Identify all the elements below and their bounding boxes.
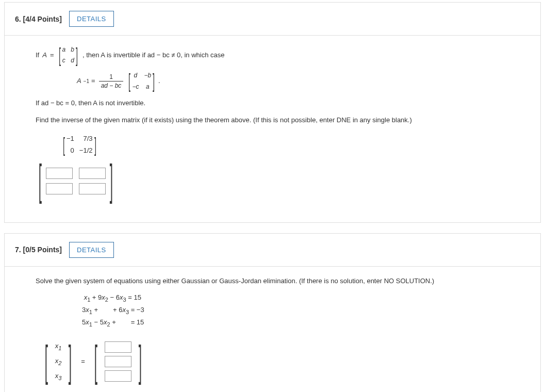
denominator: ad − bc: [99, 81, 124, 89]
bracket-right-icon: ]: [94, 137, 96, 153]
bracket-right-icon: ]: [76, 47, 78, 63]
question-6-header: 6. [4/4 Points] DETAILS: [5, 3, 540, 36]
equation-system: x1 + 9x2 − 6x3 = 15 3x1 + + 6x3 = −3 5x1…: [82, 292, 520, 330]
numerator: 1: [107, 73, 115, 81]
cell: −b: [144, 71, 151, 80]
bracket-left-icon: [: [63, 137, 65, 153]
var-A: A: [77, 76, 81, 87]
q6-noninvertible-text: If ad − bc = 0, then A is not invertible…: [36, 98, 520, 109]
matrix-A: [ a b c d ]: [57, 45, 79, 66]
answer-input-21[interactable]: [46, 183, 73, 194]
answer-input-x3[interactable]: [105, 370, 131, 382]
equation-1: x1 + 9x2 − 6x3 = 15: [82, 292, 520, 304]
question-7-number: 7. [0/5 Points]: [15, 246, 62, 254]
details-button[interactable]: DETAILS: [69, 242, 114, 258]
answer-input-11[interactable]: [46, 168, 73, 179]
bracket-right-icon: ]: [110, 164, 113, 199]
equation-2: 3x1 + + 6x3 = −3: [82, 304, 520, 317]
question-7-body: Solve the given system of equations usin…: [5, 267, 540, 392]
bracket-right-icon: ]: [69, 345, 72, 379]
cell: 7/3: [79, 134, 93, 144]
cell: c: [62, 56, 66, 66]
bracket-left-icon: [: [39, 164, 42, 199]
var-x1: x1: [55, 341, 62, 353]
var-A: A: [42, 50, 47, 61]
q6-answer-matrix: [ ]: [36, 166, 520, 197]
question-6-body: If A = [ a b c d ] , then A is invertibl…: [5, 36, 540, 222]
cell: a: [144, 82, 151, 92]
q7-answer-vector: [ x1 x2 x3 ] = [ ]: [42, 339, 520, 385]
cell: −c: [132, 82, 139, 92]
matrix-inverse: [ d −b −c a ]: [127, 71, 156, 91]
bracket-right-icon: ]: [153, 73, 155, 90]
q6-instruction: Find the inverse of the given matrix (if…: [36, 115, 520, 126]
details-button[interactable]: DETAILS: [69, 11, 114, 27]
answer-input-x2[interactable]: [105, 356, 131, 367]
bracket-left-icon: [: [94, 345, 97, 379]
bracket-left-icon: [: [128, 73, 130, 90]
text: , then A is invertible if ad − bc ≠ 0, i…: [82, 50, 225, 61]
cell: b: [71, 45, 74, 55]
equals: =: [81, 356, 85, 367]
q6-premise: If A = [ a b c d ] , then A is invertibl…: [36, 45, 520, 66]
cell: d: [71, 56, 74, 66]
bracket-left-icon: [: [45, 345, 48, 379]
fraction: 1 ad − bc: [99, 73, 124, 90]
answer-input-22[interactable]: [79, 183, 106, 194]
cell: a: [62, 45, 66, 55]
equals: =: [91, 76, 95, 87]
cell: d: [132, 71, 139, 80]
question-7: 7. [0/5 Points] DETAILS Solve the given …: [4, 233, 541, 392]
bracket-left-icon: [: [59, 47, 61, 63]
question-7-header: 7. [0/5 Points] DETAILS: [5, 234, 540, 267]
exponent: −1: [84, 77, 89, 86]
question-6-number: 6. [4/4 Points]: [15, 15, 62, 23]
equals: =: [50, 50, 54, 61]
text: If: [36, 50, 39, 61]
answer-input-12[interactable]: [79, 168, 106, 179]
q7-instruction: Solve the given system of equations usin…: [36, 276, 520, 287]
answer-input-x1[interactable]: [105, 341, 131, 353]
cell: 0: [67, 145, 74, 156]
cell: −1/2: [79, 145, 93, 156]
cell: −1: [67, 134, 74, 144]
q6-inverse-formula: A−1 = 1 ad − bc [ d −b −c a ] .: [77, 71, 520, 91]
period: .: [158, 76, 160, 87]
equation-3: 5x1 − 5x2 + = 15: [82, 317, 520, 329]
var-x3: x3: [55, 371, 62, 383]
question-6: 6. [4/4 Points] DETAILS If A = [ a b c d…: [4, 2, 541, 223]
bracket-right-icon: ]: [138, 345, 141, 379]
var-x2: x2: [55, 356, 62, 368]
q6-given-matrix: [ −1 7/3 0 −1/2 ]: [61, 134, 98, 156]
